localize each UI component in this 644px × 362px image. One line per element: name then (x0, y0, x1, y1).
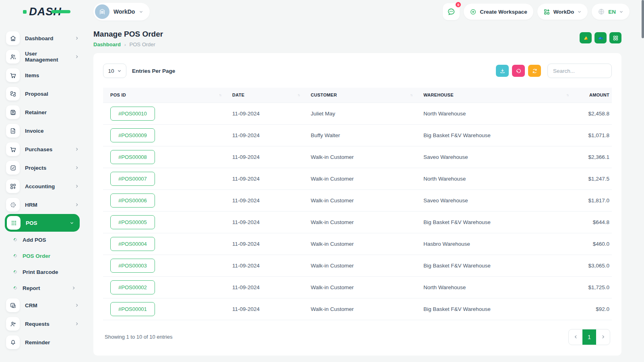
scrollbar[interactable] (642, 0, 644, 38)
sidebar-item-report[interactable]: Report (0, 280, 85, 296)
column-header-date[interactable]: DATE↑↓ (225, 88, 303, 103)
column-header-pos-id[interactable]: POS ID↑↓ (103, 88, 225, 103)
sidebar-item-crm[interactable]: CRM (0, 296, 85, 315)
chevron-right-icon (75, 203, 79, 207)
breadcrumb-current: POS Order (130, 41, 155, 47)
sidebar-item-pos-order[interactable]: POS Order (0, 248, 85, 264)
table-row[interactable]: #POS00003 11-09-2024 Walk-in Customer Bi… (103, 255, 612, 276)
refresh-button[interactable] (528, 65, 541, 77)
warehouse-cell: North Warehouse (416, 168, 572, 189)
chevron-right-icon (75, 36, 79, 40)
customer-cell: Walk-in Customer (303, 211, 416, 233)
table-row[interactable]: #POS00002 11-09-2024 Walk-in Customer No… (103, 276, 612, 298)
sidebar-item-items[interactable]: Items (0, 66, 85, 84)
customer-cell: Walk-in Customer (303, 168, 416, 189)
grid-plus-icon (543, 8, 550, 15)
app-logo[interactable]: DASH (23, 6, 62, 18)
sidebar-item-accounting[interactable]: Accounting (0, 177, 85, 195)
amount-cell: $1,071.8 (572, 124, 612, 146)
pos-id-button[interactable]: #POS00004 (110, 237, 155, 251)
pos-id-button[interactable]: #POS00009 (110, 128, 155, 142)
crm-icon (6, 298, 20, 312)
chevron-right-icon (72, 286, 85, 290)
sidebar-item-proposal[interactable]: Proposal (0, 84, 85, 103)
table-row[interactable]: #POS00009 11-09-2024 Buffy Walter Big Ba… (103, 124, 612, 146)
customer-cell: Walk-in Customer (303, 189, 416, 211)
google-drive-button[interactable] (580, 32, 592, 43)
sidebar-item-add-pos[interactable]: Add POS (0, 232, 85, 248)
search-input[interactable] (547, 64, 612, 78)
pos-id-button[interactable]: #POS00007 (110, 172, 155, 186)
scrollbar-track (642, 0, 644, 362)
pagination-next-button[interactable] (596, 329, 610, 345)
date-cell: 11-09-2024 (225, 146, 303, 168)
column-header-warehouse[interactable]: WAREHOUSE↑↓ (416, 88, 572, 103)
pos-order-table: POS ID↑↓ DATE↑↓ CUSTOMER↑↓ WAREHOUSE↑↓ A… (103, 88, 612, 320)
sidebar-item-projects[interactable]: Projects (0, 158, 85, 177)
language-label: EN (608, 9, 616, 15)
building-icon (99, 8, 106, 15)
date-cell: 11-09-2024 (225, 276, 303, 298)
dots-grid-icon (7, 216, 21, 230)
pos-id-button[interactable]: #POS00003 (110, 259, 155, 273)
table-row[interactable]: #POS00001 11-09-2024 Walk-in Customer Bi… (103, 298, 612, 320)
sidebar-item-invoice[interactable]: Invoice (0, 121, 85, 140)
export-button[interactable] (496, 65, 509, 77)
amount-cell: $1,247.5 (572, 168, 612, 189)
sidebar-item-user-management[interactable]: User Management (0, 47, 85, 66)
pos-id-button[interactable]: #POS00010 (110, 107, 155, 121)
table-row[interactable]: #POS00006 11-09-2024 Walk-in Customer Sa… (103, 189, 612, 211)
grid-view-button[interactable] (609, 32, 621, 43)
logo-dash-icon (51, 10, 70, 13)
column-header-customer[interactable]: CUSTOMER↑↓ (303, 88, 416, 103)
language-selector[interactable]: EN (592, 4, 630, 20)
messages-button[interactable]: 0 (443, 3, 460, 20)
warehouse-cell: Big Basket F&V Warehouse (416, 255, 572, 276)
undo-button[interactable] (512, 65, 525, 77)
onedrive-cloud-icon (597, 35, 604, 41)
table-row[interactable]: #POS00010 11-09-2024 Juliet May North Wa… (103, 103, 612, 124)
pos-id-button[interactable]: #POS00006 (110, 193, 155, 208)
bell-icon (6, 335, 20, 349)
workdo-menu-button[interactable]: WorkDo (537, 4, 588, 20)
onedrive-button[interactable] (594, 32, 607, 43)
chevron-down-icon (139, 10, 143, 14)
sort-icon: ↑↓ (297, 93, 299, 97)
pos-id-button[interactable]: #POS00008 (110, 150, 155, 164)
proposal-icon (6, 87, 20, 101)
column-header-amount[interactable]: AMOUNT (572, 88, 612, 103)
circle-plus-icon (470, 8, 477, 15)
pagination-prev-button[interactable] (569, 329, 582, 345)
sidebar-item-pos[interactable]: POS (5, 214, 80, 232)
sidebar-item-dashboard[interactable]: Dashboard (0, 29, 85, 47)
pos-id-button[interactable]: #POS00002 (110, 280, 155, 294)
workspace-avatar (95, 4, 109, 19)
entries-per-page-select[interactable]: 10 (103, 64, 126, 78)
workspace-selector[interactable]: WorkDo (93, 3, 150, 21)
sidebar-item-purchases[interactable]: Purchases (0, 140, 85, 158)
sidebar-item-retainer[interactable]: Retainer (0, 103, 85, 121)
date-cell: 11-09-2024 (225, 124, 303, 146)
table-row[interactable]: #POS00005 11-09-2024 Walk-in Customer Bi… (103, 211, 612, 233)
breadcrumb-dashboard-link[interactable]: Dashboard (93, 41, 121, 47)
customer-cell: Juliet May (303, 103, 416, 124)
undo-icon (516, 68, 522, 74)
bullet-icon (13, 286, 17, 290)
warehouse-cell: North Warehouse (416, 276, 572, 298)
customer-cell: Walk-in Customer (303, 146, 416, 168)
table-row[interactable]: #POS00007 11-09-2024 Walk-in Customer No… (103, 168, 612, 189)
sidebar-item-reminder[interactable]: Reminder (0, 333, 85, 352)
cart-icon (6, 68, 20, 82)
customer-cell: Walk-in Customer (303, 255, 416, 276)
table-row[interactable]: #POS00004 11-09-2024 Walk-in Customer Ha… (103, 233, 612, 255)
create-workspace-button[interactable]: Create Workspace (464, 4, 533, 20)
warehouse-cell: Big Basket F&V Warehouse (416, 298, 572, 320)
sidebar-item-requests[interactable]: Requests (0, 315, 85, 333)
sidebar-item-hrm[interactable]: HRM (0, 195, 85, 214)
pos-id-button[interactable]: #POS00001 (110, 302, 155, 316)
sidebar-item-print-barcode[interactable]: Print Barcode (0, 264, 85, 280)
table-row[interactable]: #POS00008 11-09-2024 Walk-in Customer Sa… (103, 146, 612, 168)
pos-id-button[interactable]: #POS00005 (110, 215, 155, 229)
warehouse-cell: Saveo Warehouse (416, 146, 572, 168)
pagination-page-1[interactable]: 1 (582, 329, 596, 345)
